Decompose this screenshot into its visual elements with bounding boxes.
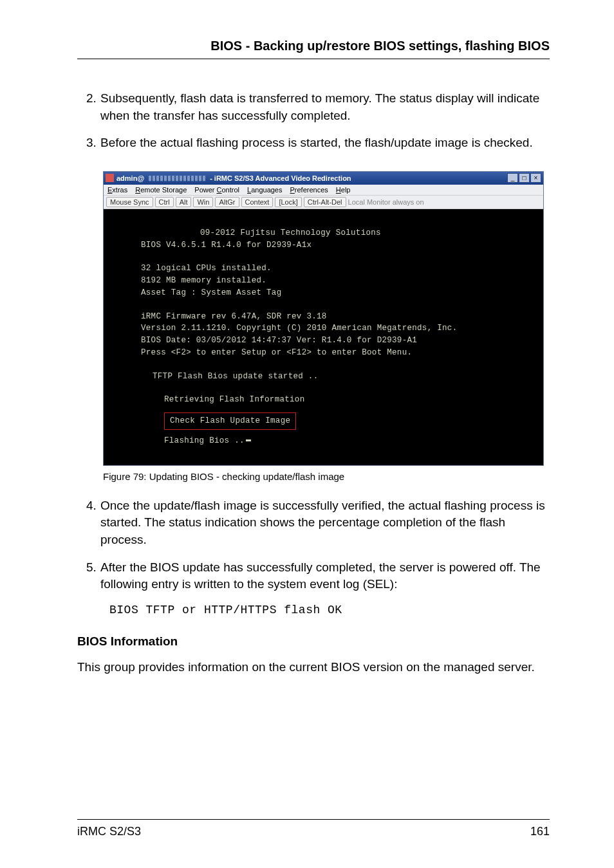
code-line: BIOS TFTP or HTTP/HTTPS flash OK (109, 604, 550, 616)
alt-button[interactable]: Alt (176, 197, 192, 207)
term-line: iRMC Firmware rev 6.47A, SDR rev 3.18 (141, 311, 534, 323)
step-text: Subsequently, flash data is transferred … (100, 90, 550, 124)
term-line: BIOS Date: 03/05/2012 14:47:37 Ver: R1.4… (141, 335, 534, 347)
title-main: - iRMC S2/S3 Advanced Video Redirection (210, 174, 351, 182)
menu-help[interactable]: Help (336, 186, 351, 194)
menu-preferences[interactable]: Preferences (290, 186, 328, 194)
app-window: admin@ ▮▮▮▮▮▮▮▮▮▮▮▮▮▮▮ - iRMC S2/S3 Adva… (103, 171, 544, 466)
footer-page-number: 161 (530, 825, 550, 838)
terminal-output: 09-2012 Fujitsu Technology Solutions BIO… (104, 209, 543, 465)
paragraph: This group provides information on the c… (77, 659, 550, 676)
win-button[interactable]: Win (193, 197, 213, 207)
step-text: Once the update/flash image is successfu… (100, 497, 550, 549)
term-line: 8192 MB memory installed. (141, 275, 534, 287)
title-user: admin@ (116, 174, 144, 182)
ctrl-button[interactable]: Ctrl (155, 197, 174, 207)
term-line: 09-2012 Fujitsu Technology Solutions (141, 227, 534, 239)
term-line: Retrieving Flash Information (141, 394, 534, 406)
context-button[interactable]: Context (241, 197, 274, 207)
term-line-highlighted: Check Flash Update Image (164, 412, 296, 430)
altgr-button[interactable]: AltGr (215, 197, 239, 207)
section-heading: BIOS Information (77, 634, 550, 649)
lock-button[interactable]: [Lock] (275, 197, 301, 207)
step-4: 4. Once the update/flash image is succes… (77, 497, 550, 549)
step-text: Before the actual flashing process is st… (100, 134, 550, 152)
cursor-icon (246, 439, 251, 441)
term-line: Flashing Bios .. (141, 435, 534, 447)
term-line: BIOS V4.6.5.1 R1.4.0 for D2939-A1x (141, 239, 534, 252)
page-header: BIOS - Backing up/restore BIOS settings,… (77, 39, 550, 59)
step-number: 5. (77, 559, 100, 593)
app-icon (106, 174, 114, 182)
step-number: 2. (77, 90, 100, 124)
menu-languages[interactable]: Languages (247, 186, 282, 194)
maximize-button[interactable]: □ (519, 173, 530, 183)
title-address: ▮▮▮▮▮▮▮▮▮▮▮▮▮▮▮ (148, 174, 206, 182)
figure-screenshot: admin@ ▮▮▮▮▮▮▮▮▮▮▮▮▮▮▮ - iRMC S2/S3 Adva… (103, 171, 550, 466)
close-button[interactable]: × (530, 173, 541, 183)
step-text: After the BIOS update has successfully c… (100, 559, 550, 593)
step-3: 3. Before the actual flashing process is… (77, 134, 550, 152)
step-2: 2. Subsequently, flash data is transferr… (77, 90, 550, 124)
menu-remote-storage[interactable]: Remote Storage (135, 186, 187, 194)
mouse-sync-button[interactable]: Mouse Sync (106, 197, 153, 207)
ctrl-alt-del-button[interactable]: Ctrl-Alt-Del (304, 197, 346, 207)
term-line: Asset Tag : System Asset Tag (141, 287, 534, 299)
titlebar: admin@ ▮▮▮▮▮▮▮▮▮▮▮▮▮▮▮ - iRMC S2/S3 Adva… (104, 172, 543, 185)
menu-extras[interactable]: Extras (107, 186, 127, 194)
page-footer: iRMC S2/S3 161 (77, 819, 550, 838)
footer-left: iRMC S2/S3 (77, 825, 141, 838)
minimize-button[interactable]: _ (507, 173, 518, 183)
step-5: 5. After the BIOS update has successfull… (77, 559, 550, 593)
local-monitor-label: Local Monitor always on (348, 198, 424, 206)
term-line: TFTP Flash Bios update started .. (141, 371, 534, 383)
menu-power-control[interactable]: Power Control (194, 186, 239, 194)
term-line: Press <F2> to enter Setup or <F12> to en… (141, 347, 534, 359)
menubar: Extras Remote Storage Power Control Lang… (104, 185, 543, 195)
toolbar: Mouse Sync Ctrl Alt Win AltGr Context [L… (104, 195, 543, 209)
term-line: 32 logical CPUs installed. (141, 263, 534, 275)
step-number: 3. (77, 134, 100, 152)
figure-caption: Figure 79: Updating BIOS - checking upda… (103, 471, 550, 482)
term-line: Version 2.11.1210. Copyright (C) 2010 Am… (141, 322, 534, 335)
step-number: 4. (77, 497, 100, 549)
window-controls: _ □ × (507, 173, 541, 183)
